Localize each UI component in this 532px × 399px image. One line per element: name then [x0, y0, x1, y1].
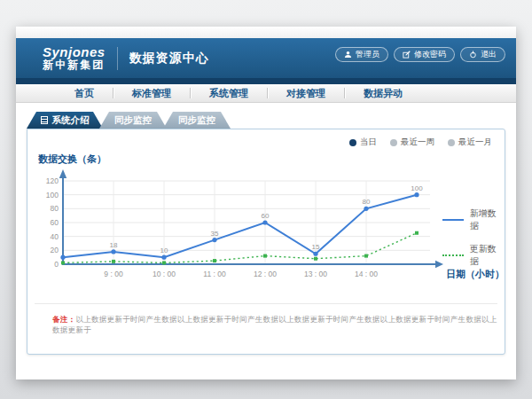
nav-item-interface-mgmt[interactable]: 对接管理	[268, 87, 344, 100]
logout-button[interactable]: 退出	[460, 47, 505, 62]
chart-x-axis-title: 日期（小时）	[446, 269, 505, 280]
data-point-marker	[60, 255, 65, 260]
data-point-label: 35	[211, 230, 219, 238]
radio-option-last-week[interactable]: 最近一周	[390, 137, 434, 148]
x-tick-label: 9 : 00	[104, 270, 123, 278]
header-divider	[117, 47, 118, 70]
y-tick-label: 80	[51, 204, 59, 213]
chart-legend: 新增数据 更新数据	[442, 207, 505, 268]
header-actions: 管理员 修改密码 退出	[335, 47, 505, 62]
radio-label: 最近一周	[401, 137, 434, 148]
logo-text-en: Synjones	[43, 45, 106, 59]
data-point-marker	[213, 259, 216, 262]
header-bottom-strip	[16, 78, 516, 84]
x-tick-label: 11 : 00	[203, 270, 226, 278]
y-tick-label: 120	[46, 176, 59, 185]
y-tick-label: 40	[51, 232, 59, 241]
footnote-text: 以上数据更新于时间产生数据以上数据更新于时间产生数据以上数据更新于时间产生数据以…	[52, 315, 497, 334]
data-point-marker	[414, 192, 419, 197]
y-tick-label: 0	[54, 260, 59, 269]
admin-user-button[interactable]: 管理员	[335, 47, 388, 62]
x-tick-label: 10 : 00	[153, 270, 176, 278]
radio-option-today[interactable]: 当日	[349, 137, 377, 148]
legend-label: 新增数据	[470, 207, 505, 232]
data-point-marker	[415, 231, 419, 235]
nav-item-standard-mgmt[interactable]: 标准管理	[113, 87, 190, 100]
logo-text-cn: 新中新集团	[43, 59, 106, 71]
data-point-marker	[364, 254, 368, 258]
data-point-label: 60	[262, 212, 270, 220]
x-tick-label: 13 : 00	[304, 270, 327, 278]
y-tick-label: 100	[46, 191, 59, 200]
logout-label: 退出	[481, 49, 497, 60]
legend-label: 更新数据	[470, 243, 505, 268]
radio-unselected-icon	[390, 139, 397, 146]
radio-label: 当日	[360, 137, 377, 148]
company-logo: Synjones 新中新集团	[43, 45, 106, 70]
tab-bar: 系统介绍 同步监控 同步监控	[27, 112, 516, 129]
data-point-marker	[161, 255, 166, 260]
data-point-marker	[263, 254, 267, 258]
tab-label: 同步监控	[114, 114, 152, 127]
panel-divider	[35, 303, 497, 304]
data-point-marker	[111, 249, 115, 254]
x-tick-label: 12 : 00	[254, 270, 277, 278]
nav-item-data-change[interactable]: 数据异动	[345, 87, 421, 100]
chart-y-axis-title: 数据交换（条）	[38, 153, 106, 166]
tab-label: 系统介绍	[52, 114, 90, 127]
solid-line-swatch	[442, 219, 464, 221]
data-point-marker	[212, 238, 216, 242]
x-tick-label: 14 : 00	[355, 270, 378, 278]
tab-system-intro[interactable]: 系统介绍	[27, 112, 103, 129]
dotted-line-swatch	[442, 254, 464, 256]
data-point-label: 80	[363, 198, 371, 206]
time-range-filter: 当日 最近一周 最近一月	[349, 137, 492, 148]
footnote: 备注：以上数据更新于时间产生数据以上数据更新于时间产生数据以上数据更新于时间产生…	[52, 315, 505, 336]
nav-item-home[interactable]: 首页	[56, 87, 113, 100]
admin-user-label: 管理员	[356, 49, 379, 60]
tab-label: 同步监控	[178, 114, 215, 127]
change-password-button[interactable]: 修改密码	[394, 47, 455, 62]
nav-item-system-mgmt[interactable]: 系统管理	[191, 87, 267, 100]
data-point-marker	[162, 261, 166, 264]
data-point-label: 15	[312, 243, 320, 251]
data-point-marker	[112, 260, 115, 263]
data-point-label: 100	[411, 184, 423, 192]
app-header: Synjones 新中新集团 数据资源中心 管理员 修改密码 退出	[16, 38, 516, 78]
power-icon	[469, 51, 477, 59]
window-top-strip	[16, 27, 516, 38]
change-password-label: 修改密码	[414, 49, 446, 60]
radio-label: 最近一月	[458, 137, 492, 148]
legend-item-new-data[interactable]: 新增数据	[442, 207, 505, 232]
legend-item-updated-data[interactable]: 更新数据	[442, 243, 505, 268]
page-title: 数据资源中心	[129, 51, 209, 66]
data-point-marker	[61, 261, 65, 264]
user-icon	[344, 51, 352, 59]
tab-sync-monitor-2[interactable]: 同步监控	[163, 112, 231, 129]
radio-unselected-icon	[448, 139, 455, 146]
edit-icon	[403, 51, 411, 59]
y-axis-arrow-icon	[59, 169, 66, 178]
tab-sync-monitor-1[interactable]: 同步监控	[99, 112, 167, 129]
footnote-label: 备注：	[52, 315, 75, 324]
content-panel: 当日 最近一周 最近一月 数据交换（条） 0204060801001209 : …	[27, 129, 505, 355]
data-point-marker	[313, 252, 317, 256]
browser-window: Synjones 新中新集团 数据资源中心 管理员 修改密码 退出 首页 标准管…	[16, 27, 516, 379]
y-tick-label: 20	[51, 246, 59, 254]
data-point-label: 18	[110, 241, 118, 249]
radio-selected-icon	[349, 139, 356, 146]
data-point-label: 10	[160, 246, 168, 254]
data-point-marker	[314, 257, 317, 261]
main-nav: 首页 标准管理 系统管理 对接管理 数据异动	[16, 84, 516, 103]
y-tick-label: 60	[51, 218, 59, 227]
data-point-marker	[262, 220, 267, 224]
document-icon	[41, 116, 48, 124]
data-point-marker	[364, 207, 368, 211]
radio-option-last-month[interactable]: 最近一月	[448, 137, 492, 148]
